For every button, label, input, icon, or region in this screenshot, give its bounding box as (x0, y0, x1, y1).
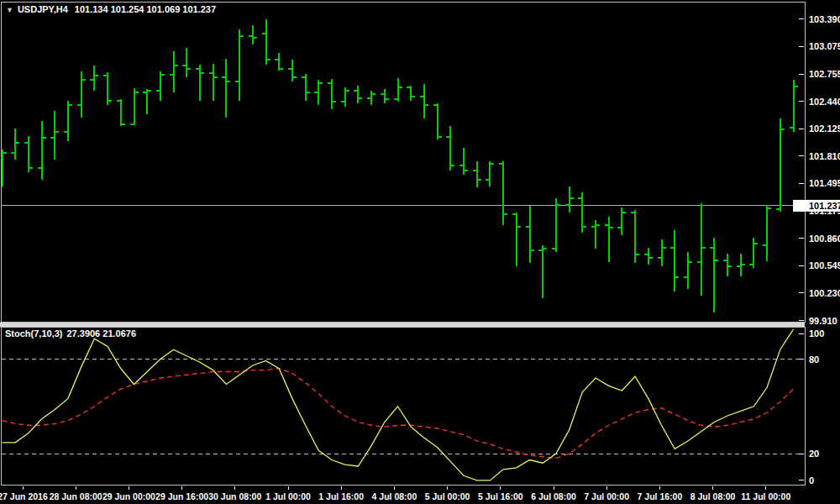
ohlc-bar (658, 239, 666, 266)
ohlc-bar (631, 210, 639, 263)
ohlc-bar (222, 59, 230, 118)
ohlc-bar (182, 48, 191, 77)
panel-splitter[interactable] (0, 323, 805, 328)
price-axis-label: 103.390 (809, 14, 840, 24)
ohlc-bar (381, 89, 389, 103)
main-panel-border (2, 3, 806, 323)
ohlc-bar (302, 74, 310, 101)
stoch-axis-label: 0 (809, 475, 814, 486)
ohlc-bar (605, 217, 613, 262)
ohlc-bar (367, 91, 375, 105)
ohlc-bar (103, 72, 112, 105)
price-axis-label: 100.230 (809, 288, 840, 298)
ohlc-bar (394, 78, 402, 102)
time-axis-label: 6 Jul 08:00 (531, 491, 576, 501)
ohlc-bar (249, 25, 257, 45)
ohlc-bar (314, 80, 323, 105)
ohlc-bar (328, 79, 336, 109)
ohlc-bar (209, 64, 218, 100)
ohlc-bar (446, 126, 454, 171)
ohlc-bar (763, 205, 771, 261)
ohlc-bar (143, 89, 151, 114)
ohlc-bar (235, 29, 244, 101)
price-axis-label: 102.440 (809, 97, 840, 107)
ohlc-bar (617, 207, 626, 235)
stoch-signal-line (3, 369, 794, 459)
ohlc-bar (644, 248, 653, 265)
ohlc-bar (473, 161, 481, 187)
mt4-chart-window: 103.390103.075102.755102.440102.125101.8… (0, 0, 840, 504)
indicator-values: 27.3906 21.0676 (66, 328, 136, 339)
time-axis-label: 27 Jun 2016 (0, 491, 48, 501)
ohlc-bar (11, 129, 19, 160)
stoch-main-line (3, 329, 794, 480)
symbol-dropdown-arrow-icon[interactable]: ▼ (6, 6, 13, 14)
ohlc-bar (552, 198, 560, 252)
ohlc-bar (38, 121, 46, 179)
symbol-timeframe-label: USDJPY,H4 (18, 4, 68, 14)
ohlc-bar (697, 203, 706, 296)
price-axis-label: 100.545 (809, 260, 840, 270)
time-axis-label: 8 Jul 08:00 (690, 491, 736, 501)
ohlc-bar (578, 192, 586, 232)
time-axis-label: 28 Jun 08:00 (50, 491, 102, 501)
time-axis-label: 1 Jul 16:00 (318, 491, 364, 501)
time-axis-label: 4 Jul 08:00 (372, 491, 417, 501)
ohlc-bar (117, 99, 125, 126)
price-axis-label: 102.125 (809, 123, 840, 134)
time-axis-label: 1 Jul 00:00 (265, 491, 311, 501)
ohlc-bar (737, 254, 745, 276)
time-axis-label: 29 Jun 16:00 (155, 491, 208, 501)
price-axis-label: 99.910 (809, 316, 837, 326)
ohlc-bar (486, 161, 494, 186)
ohlc-bar (420, 84, 428, 118)
price-axis-label: 101.495 (809, 178, 840, 188)
ohlc-bar (130, 88, 139, 124)
stoch-axis-label: 100 (809, 328, 824, 339)
ohlc-bar (526, 206, 534, 263)
ohlc-bar (156, 71, 165, 101)
ohlc-values-label: 101.134 101.254 101.069 101.237 (75, 4, 216, 14)
indicator-label: Stoch(7,10,3)27.3906 21.0676 (5, 328, 136, 339)
ohlc-bars-layer (0, 19, 798, 312)
time-axis-label: 30 Jun 08:00 (208, 491, 261, 501)
stoch-panel-border (2, 328, 806, 486)
indicator-name: Stoch(7,10,3) (5, 328, 62, 339)
ohlc-bar (776, 118, 785, 211)
price-axis-label: 101.810 (809, 151, 840, 161)
ohlc-bar (723, 254, 732, 276)
ohlc-bar (538, 245, 547, 298)
ohlc-bar (262, 19, 270, 66)
ohlc-bar (790, 80, 798, 132)
time-axis-label: 29 Jun 00:00 (102, 491, 155, 501)
ohlc-bar (565, 186, 574, 213)
ohlc-bar (354, 86, 362, 103)
time-axis-label: 7 Jul 00:00 (584, 491, 629, 501)
ohlc-bar (749, 238, 758, 268)
time-axis-label: 7 Jul 16:00 (638, 491, 683, 501)
chart-canvas[interactable]: 103.390103.075102.755102.440102.125101.8… (0, 0, 840, 504)
price-axis-label: 103.075 (809, 41, 840, 51)
ohlc-bar (341, 87, 349, 107)
ohlc-bar (24, 136, 33, 172)
ohlc-bar (77, 71, 86, 118)
ohlc-bar (670, 230, 679, 291)
ohlc-bar (459, 148, 468, 175)
ohlc-bar (684, 252, 692, 288)
time-axis-label: 5 Jul 00:00 (425, 491, 470, 501)
ohlc-bar (50, 111, 59, 160)
chart-title: ▼USDJPY,H4101.134 101.254 101.069 101.23… (6, 4, 216, 14)
price-axis-label: 100.860 (809, 234, 840, 244)
time-axis-label: 5 Jul 16:00 (478, 491, 523, 501)
price-axis-label: 102.755 (809, 69, 840, 79)
ohlc-bar (170, 51, 178, 93)
stoch-axis-label: 20 (809, 449, 819, 459)
ohlc-bar (288, 60, 297, 81)
time-axis-label: 11 Jul 00:00 (741, 491, 790, 501)
stoch-axis-label: 80 (809, 354, 819, 365)
ohlc-bar (196, 65, 204, 100)
ohlc-bar (64, 101, 72, 142)
ohlc-bar (275, 53, 283, 71)
ohlc-bar (90, 66, 98, 91)
ohlc-bar (433, 103, 442, 139)
